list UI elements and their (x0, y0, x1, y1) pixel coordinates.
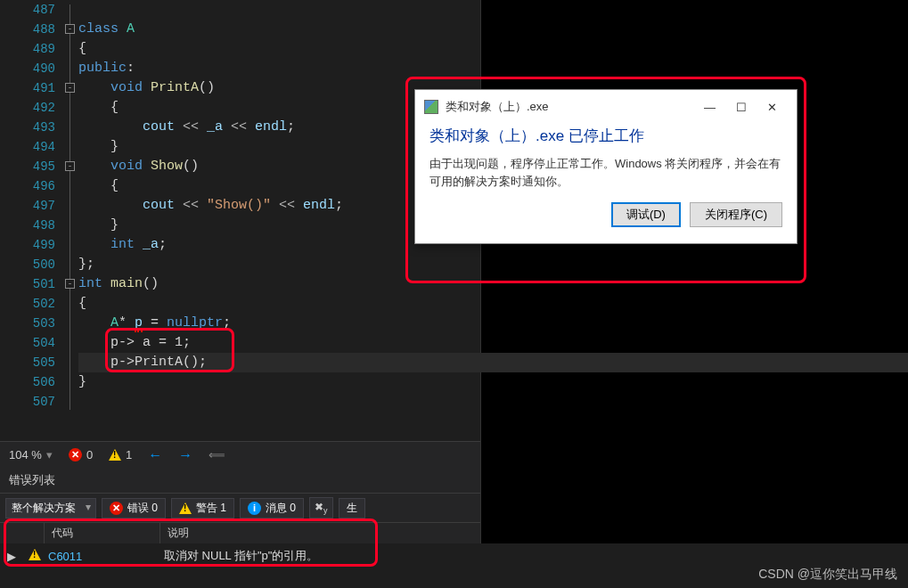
app-exe-icon (424, 100, 438, 114)
line-gutter: 487488489 490491492 493494495 496497498 … (0, 0, 62, 441)
nav-back-icon[interactable]: ← (148, 447, 162, 463)
fold-toggle-icon[interactable]: - (65, 279, 75, 289)
error-icon: ✕ (110, 502, 123, 515)
fold-toggle-icon[interactable]: - (65, 161, 75, 171)
nav-forward-icon[interactable]: → (178, 447, 192, 463)
error-count[interactable]: ✕0 (69, 448, 93, 461)
error-code: C6011 (41, 550, 157, 563)
dialog-body: 由于出现问题，程序停止正常工作。Windows 将关闭程序，并会在有可用的解决方… (429, 155, 782, 190)
watermark: CSDN @逗你笑出马甲线 (758, 567, 897, 583)
warning-icon (29, 549, 41, 560)
nav-limit-icon: ⟸ (209, 448, 225, 461)
error-icon: ✕ (69, 448, 82, 461)
fold-toggle-icon[interactable]: - (65, 83, 75, 93)
crash-dialog: 类和对象（上）.exe — ☐ ✕ 类和对象（上）.exe 已停止工作 由于出现… (414, 89, 798, 244)
error-list-row[interactable]: ▶ C6011 取消对 NULL 指针"p"的引用。 (0, 543, 908, 568)
warnings-filter-button[interactable]: 警告 1 (171, 498, 234, 519)
messages-filter-button[interactable]: i消息 0 (240, 498, 304, 519)
info-icon: i (248, 502, 261, 515)
debug-button[interactable]: 调试(D) (611, 202, 681, 227)
dialog-heading: 类和对象（上）.exe 已停止工作 (429, 126, 782, 146)
close-button[interactable]: ✕ (757, 97, 788, 117)
build-filter-button[interactable]: ✖y (309, 497, 333, 519)
error-description: 取消对 NULL 指针"p"的引用。 (157, 548, 908, 564)
errors-filter-button[interactable]: ✕错误 0 (102, 498, 166, 519)
build-intellisense-button[interactable]: 生 (339, 498, 365, 519)
dialog-title-text: 类和对象（上）.exe (446, 99, 687, 115)
warning-icon (179, 502, 192, 514)
minimize-button[interactable]: — (694, 97, 725, 117)
close-program-button[interactable]: 关闭程序(C) (690, 202, 782, 227)
fold-column[interactable]: - - - - (62, 0, 78, 441)
warning-count[interactable]: 1 (109, 448, 132, 461)
warning-icon (109, 449, 121, 461)
column-code[interactable]: 代码 (45, 523, 160, 543)
scope-dropdown[interactable]: 整个解决方案 (5, 498, 96, 519)
maximize-button[interactable]: ☐ (725, 97, 757, 117)
zoom-level[interactable]: 104 % ▾ (9, 448, 53, 461)
fold-toggle-icon[interactable]: - (65, 24, 75, 34)
